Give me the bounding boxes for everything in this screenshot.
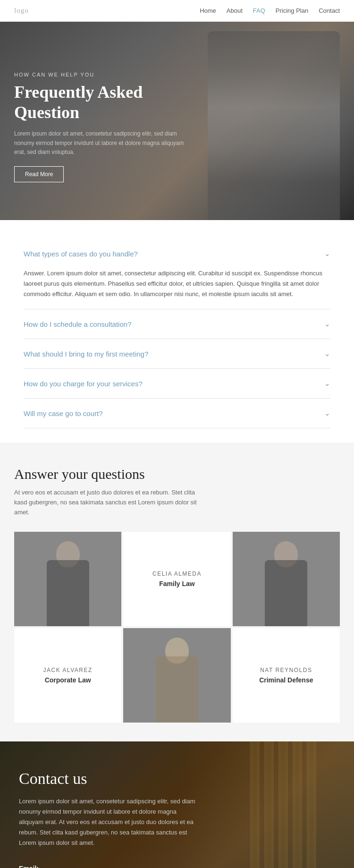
nav-pricing[interactable]: Pricing Plan bbox=[276, 7, 308, 14]
faq-question-3[interactable]: What should I bring to my first meeting?… bbox=[24, 339, 330, 368]
faq-question-label-3: What should I bring to my first meeting? bbox=[24, 350, 148, 358]
faq-question-1[interactable]: What types of cases do you handle? ⌄ bbox=[24, 239, 330, 268]
hero-description: Lorem ipsum dolor sit amet, consetetur s… bbox=[14, 129, 189, 157]
hero-figure bbox=[208, 31, 340, 220]
faq-item-3: What should I bring to my first meeting?… bbox=[24, 339, 330, 369]
faq-answer-1: Answer. Lorem ipsum dolor sit amet, cons… bbox=[24, 268, 330, 309]
team-section: Answer your questions At vero eos et acc… bbox=[0, 443, 354, 741]
faq-item-1: What types of cases do you handle? ⌄ Ans… bbox=[24, 239, 330, 309]
team-card-celia[interactable]: CELIA ALMEDA Family Law bbox=[123, 532, 230, 626]
team-name-jack: JACK ALVAREZ bbox=[43, 667, 93, 673]
chevron-down-icon-2: ⌄ bbox=[324, 320, 330, 328]
read-more-button[interactable]: Read More bbox=[14, 166, 64, 182]
contact-section: Contact us Lorem ipsum dolor sit amet, c… bbox=[0, 741, 354, 868]
faq-question-4[interactable]: How do you charge for your services? ⌄ bbox=[24, 369, 330, 398]
faq-item-2: How do I schedule a consultation? ⌄ bbox=[24, 309, 330, 339]
photo-shape-1 bbox=[14, 532, 121, 626]
nav-links: Home About FAQ Pricing Plan Contact bbox=[200, 7, 340, 14]
team-specialty-nat: Criminal Defense bbox=[259, 676, 313, 684]
figure-body-mid bbox=[156, 656, 198, 723]
chevron-down-icon-1: ⌄ bbox=[324, 249, 330, 258]
team-heading: Answer your questions bbox=[14, 466, 340, 482]
chevron-down-icon-5: ⌄ bbox=[324, 409, 330, 417]
chevron-down-icon-4: ⌄ bbox=[324, 379, 330, 388]
faq-question-label-2: How do I schedule a consultation? bbox=[24, 320, 131, 328]
team-subtext: At vero eos et accusam et justo duo dolo… bbox=[14, 488, 203, 517]
contact-building-bg bbox=[250, 741, 345, 868]
figure-body-2 bbox=[265, 560, 307, 626]
hero-title: Frequently Asked Question bbox=[14, 82, 189, 123]
team-specialty-jack: Corporate Law bbox=[45, 676, 91, 684]
contact-description: Lorem ipsum dolor sit amet, consetetur s… bbox=[19, 796, 198, 848]
faq-item-4: How do you charge for your services? ⌄ bbox=[24, 369, 330, 399]
faq-section: What types of cases do you handle? ⌄ Ans… bbox=[0, 220, 354, 443]
team-photo-man-laptop bbox=[14, 532, 121, 626]
logo: logo bbox=[14, 7, 29, 15]
navbar: logo Home About FAQ Pricing Plan Contact bbox=[0, 0, 354, 22]
team-name-celia: CELIA ALMEDA bbox=[152, 570, 202, 577]
faq-item-5: Will my case go to court? ⌄ bbox=[24, 399, 330, 428]
faq-question-2[interactable]: How do I schedule a consultation? ⌄ bbox=[24, 309, 330, 339]
team-name-nat: NAT REYNOLDS bbox=[260, 667, 312, 673]
team-photo-woman-library bbox=[233, 532, 340, 626]
hero-section: HOW CAN WE HELP YOU Frequently Asked Que… bbox=[0, 22, 354, 220]
figure-body-1 bbox=[47, 560, 89, 626]
photo-shape-2 bbox=[233, 532, 340, 626]
faq-question-5[interactable]: Will my case go to court? ⌄ bbox=[24, 399, 330, 428]
hero-eyebrow: HOW CAN WE HELP YOU bbox=[14, 72, 189, 77]
nav-faq[interactable]: FAQ bbox=[253, 7, 265, 14]
team-card-nat[interactable]: NAT REYNOLDS Criminal Defense bbox=[233, 628, 340, 723]
nav-contact[interactable]: Contact bbox=[319, 7, 340, 14]
photo-shape-mid bbox=[123, 628, 230, 723]
faq-question-label-4: How do you charge for your services? bbox=[24, 380, 143, 388]
nav-about[interactable]: About bbox=[227, 7, 243, 14]
chevron-down-icon-3: ⌄ bbox=[324, 349, 330, 358]
nav-home[interactable]: Home bbox=[200, 7, 216, 14]
team-card-jack[interactable]: JACK ALVAREZ Corporate Law bbox=[14, 628, 121, 723]
team-specialty-celia: Family Law bbox=[159, 580, 194, 587]
hero-content: HOW CAN WE HELP YOU Frequently Asked Que… bbox=[14, 72, 189, 182]
team-photo-blonde-woman bbox=[123, 628, 230, 723]
team-grid: CELIA ALMEDA Family Law JACK ALVAREZ Cor… bbox=[14, 532, 340, 723]
faq-question-label-5: Will my case go to court? bbox=[24, 409, 103, 417]
faq-question-label-1: What types of cases do you handle? bbox=[24, 250, 138, 258]
